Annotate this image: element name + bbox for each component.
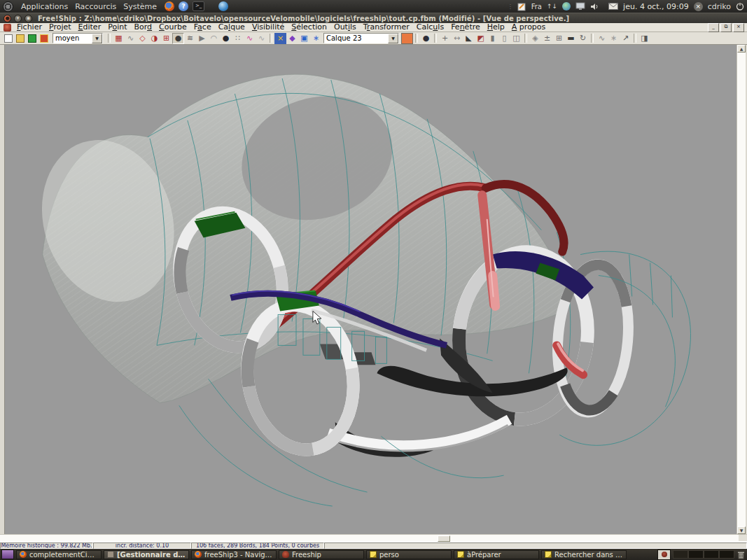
help-launcher-icon[interactable]: ? [179, 1, 188, 11]
scroll-down-icon[interactable]: ▼ [737, 526, 746, 534]
menu-item[interactable]: Help [484, 23, 508, 31]
exit-icon[interactable] [38, 33, 50, 44]
trash-icon[interactable] [736, 550, 746, 559]
workspace-cell[interactable] [673, 550, 688, 559]
workspace-switcher[interactable] [673, 550, 734, 559]
save-icon[interactable] [26, 33, 38, 44]
network-globe-icon[interactable] [562, 2, 571, 10]
new-file-icon[interactable] [2, 33, 14, 44]
freeship-tray-applet[interactable] [657, 550, 671, 560]
vertical-scrollbar[interactable]: ▲ ▼ [736, 45, 746, 534]
curvature-plot-icon[interactable]: ∿ [244, 33, 256, 44]
keyboard-layout-indicator[interactable]: Fra [531, 3, 542, 10]
dropdown-arrow-icon[interactable]: ▼ [388, 34, 398, 43]
unlock-points-icon[interactable]: ▯ [498, 33, 510, 44]
zebra-shading-icon[interactable]: ≋ [184, 33, 196, 44]
point-dots-icon[interactable]: ∷ [232, 33, 244, 44]
menu-item[interactable]: Projet [46, 23, 75, 31]
menu-item[interactable]: Calculs [413, 23, 447, 31]
taskbar-button[interactable]: àPréparer [454, 550, 539, 559]
workspace-cell[interactable] [719, 550, 734, 559]
developability-icon[interactable]: ▶ [196, 33, 208, 44]
dark-blob-icon[interactable]: ● [220, 33, 232, 44]
menu-item[interactable]: Outils [330, 23, 360, 31]
firefox-launcher-icon[interactable] [165, 1, 174, 11]
window-titlebar[interactable]: ● ▾ ▪ Free!Ship : Z:\home\cdriko\Dropbox… [0, 13, 747, 23]
volume-icon[interactable] [590, 3, 599, 10]
taskbar-button[interactable]: [Gestionnaire de m... [104, 550, 189, 559]
layer-dropdown[interactable]: Calque 23 ▼ [323, 33, 399, 43]
mdi-restore-button[interactable]: ⧉ [720, 23, 732, 32]
panel-menu[interactable]: Raccourcis [71, 2, 120, 11]
add-point-icon[interactable]: ● [420, 33, 432, 44]
control-net-icon[interactable]: ▦ [113, 33, 125, 44]
leak-points-icon[interactable]: ◑ [148, 33, 160, 44]
menu-item[interactable]: Visibilité [249, 23, 288, 31]
lock-points-icon[interactable]: ▮ [487, 33, 498, 44]
intersect-layers-icon[interactable]: ▬ [565, 33, 577, 44]
scroll-up-icon[interactable]: ▲ [737, 45, 746, 52]
check-edges-icon[interactable]: ◈ [529, 33, 541, 44]
new-face-icon[interactable]: ◣ [463, 33, 475, 44]
menu-item[interactable]: Calque [215, 23, 249, 31]
browser-launcher-icon[interactable] [218, 1, 228, 11]
layer-color-swatch[interactable] [401, 33, 413, 44]
taskbar-button[interactable]: freeShip3 - Navigateur... [191, 550, 277, 559]
menu-item[interactable]: Face [190, 23, 215, 31]
taskbar-button[interactable]: Rechercher dans toute... [541, 550, 627, 559]
horizontal-scrollbar[interactable] [0, 534, 747, 542]
mail-icon[interactable] [608, 3, 618, 10]
menu-item[interactable]: Editer [75, 23, 105, 31]
panel-menu[interactable]: Système [120, 2, 160, 11]
insert-plane-icon[interactable]: ⊞ [553, 33, 565, 44]
window-maximize-button[interactable]: ▪ [25, 15, 32, 22]
menu-item[interactable]: Fichier [13, 23, 46, 31]
pencil-icon[interactable]: ↗ [620, 33, 631, 44]
menu-item[interactable]: Bord [131, 23, 156, 31]
user-status-icon[interactable]: × [694, 2, 703, 11]
perspective-viewport[interactable] [5, 45, 736, 534]
menu-item[interactable]: A propos [508, 23, 549, 31]
menu-item[interactable]: Fenêtre [447, 23, 484, 31]
window-close-button[interactable]: ● [4, 15, 11, 22]
menu-item[interactable]: Courbe [155, 23, 190, 31]
panel-menu[interactable]: Applications [18, 2, 71, 11]
background-image-icon[interactable]: ▣ [298, 33, 310, 44]
notes-tray-icon[interactable] [517, 2, 526, 11]
taskbar-button[interactable]: perso [366, 550, 452, 559]
menu-item[interactable]: Sélection [288, 23, 330, 31]
distro-menu-icon[interactable] [3, 1, 13, 12]
display-icon[interactable] [575, 2, 585, 10]
project-point-icon[interactable]: ↔ [451, 33, 463, 44]
mdi-minimize-button[interactable]: _ [708, 23, 719, 32]
flip-face-icon[interactable]: ◩ [475, 33, 487, 44]
taskbar-button[interactable]: completementCintre - ... [16, 550, 102, 559]
rotate-icon[interactable]: ↻ [577, 33, 589, 44]
unlock-all-icon[interactable]: ◫ [510, 33, 522, 44]
move-point-icon[interactable]: + [439, 33, 451, 44]
window-minimize-button[interactable]: ▾ [14, 15, 22, 22]
open-folder-icon[interactable] [14, 33, 26, 44]
workspace-cell[interactable] [688, 550, 704, 559]
show-desktop-button[interactable] [1, 550, 14, 559]
check-model-icon[interactable]: ◇ [137, 33, 148, 44]
reset-view-icon[interactable]: ∗ [310, 33, 322, 44]
menu-item[interactable]: Point [104, 23, 130, 31]
shaded-color-icon[interactable]: ◆ [286, 33, 298, 44]
fair-curve-icon[interactable]: ∿ [596, 33, 608, 44]
grid-icon[interactable]: ⊞ [160, 33, 172, 44]
dropdown-arrow-icon[interactable]: ▼ [92, 34, 102, 43]
spray-tool-icon[interactable]: ◨ [638, 33, 650, 44]
scale-icon[interactable]: ± [541, 33, 553, 44]
menu-item[interactable]: Transformer [360, 23, 413, 31]
interior-edges-icon[interactable]: ∿ [125, 33, 137, 44]
shaded-view-icon[interactable]: ● [172, 33, 184, 44]
vertical-scroll-track[interactable] [737, 52, 746, 526]
workspace-cell[interactable] [704, 550, 719, 559]
user-name[interactable]: cdriko [708, 2, 731, 11]
power-icon[interactable] [736, 2, 744, 10]
spark-icon[interactable]: ∗ [608, 33, 620, 44]
clock[interactable]: jeu. 4 oct., 09:09 [623, 2, 689, 11]
taskbar-button[interactable]: Freeship [279, 550, 364, 559]
precision-dropdown[interactable]: moyen ▼ [53, 33, 103, 43]
